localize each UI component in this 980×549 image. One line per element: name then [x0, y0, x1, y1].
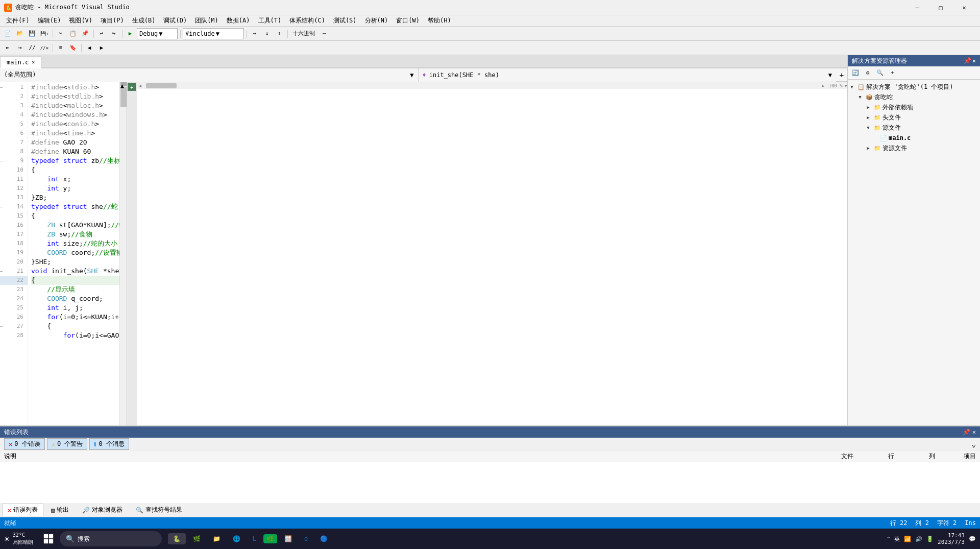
- menu-debug[interactable]: 调试(D): [159, 15, 191, 26]
- tree-item-mainc[interactable]: 📄 main.c: [848, 133, 980, 143]
- debug-config-dropdown[interactable]: Debug ▼: [137, 28, 178, 39]
- scroll-up-btn[interactable]: ▲: [120, 82, 127, 86]
- menu-data[interactable]: 数据(A): [223, 15, 254, 26]
- menu-edit[interactable]: 编辑(E): [34, 15, 65, 26]
- start-button[interactable]: [39, 530, 58, 548]
- minimize-button[interactable]: —: [905, 0, 929, 15]
- panel-close-btn[interactable]: ✕: [972, 57, 976, 64]
- taskbar-app-ie[interactable]: e: [299, 533, 313, 544]
- bottom-close-btn[interactable]: ✕: [972, 428, 976, 436]
- maximize-button[interactable]: □: [929, 0, 952, 15]
- paste-btn[interactable]: 📌: [80, 28, 91, 39]
- menu-window[interactable]: 窗口(W): [392, 15, 424, 26]
- menu-file[interactable]: 文件(F): [2, 15, 34, 26]
- include-dropdown[interactable]: #include ▼: [183, 28, 244, 39]
- scope-expand-btn[interactable]: +: [836, 69, 847, 81]
- nav-fwd-btn[interactable]: ▶: [96, 42, 107, 54]
- indent-btn[interactable]: ⇤: [2, 42, 13, 54]
- scroll-left-btn[interactable]: ◀: [137, 83, 143, 88]
- notification-btn[interactable]: 💬: [969, 536, 976, 542]
- format-btn[interactable]: ≡: [55, 42, 66, 54]
- menu-arch[interactable]: 体系结构(C): [285, 15, 329, 26]
- editor-scrollbar-h[interactable]: ◀ ▶ 100 % ▼: [137, 82, 847, 89]
- se-expand-btn[interactable]: +: [887, 67, 898, 79]
- tree-item-project[interactable]: ▼ 📦 贪吃蛇: [848, 92, 980, 102]
- taskbar-app-misc[interactable]: 🔵: [315, 533, 333, 544]
- error-filter-btn[interactable]: ✕ 0 个错误: [4, 438, 45, 450]
- panel-pin-btn[interactable]: 📌: [964, 57, 971, 64]
- tab-object-browser[interactable]: 🔎 对象浏览器: [77, 504, 128, 516]
- new-project-btn[interactable]: 📄: [2, 28, 13, 39]
- tree-expand-sources[interactable]: ▼: [864, 124, 872, 132]
- menu-test[interactable]: 测试(S): [329, 15, 361, 26]
- scroll-thumb[interactable]: [120, 87, 127, 107]
- open-btn[interactable]: 📂: [14, 28, 26, 39]
- taskbar-app-browser1[interactable]: 🌿: [188, 533, 206, 544]
- menu-analyze[interactable]: 分析(N): [361, 15, 393, 26]
- step-over-btn[interactable]: ⇥: [249, 28, 260, 39]
- step-out-btn[interactable]: ↑: [274, 28, 285, 39]
- editor-tab-mainc[interactable]: main.c ✕: [0, 56, 41, 68]
- tree-item-headers[interactable]: ▶ 📁 头文件: [848, 112, 980, 123]
- tree-expand-project[interactable]: ▼: [856, 93, 864, 101]
- step-into-btn[interactable]: ↓: [261, 28, 273, 39]
- tree-expand-headers[interactable]: ▶: [864, 113, 872, 122]
- error-expand-btn[interactable]: ⌄: [972, 440, 976, 448]
- taskbar-app-snake[interactable]: 🐍: [168, 533, 186, 544]
- close-button[interactable]: ✕: [952, 0, 976, 15]
- menu-team[interactable]: 团队(M): [191, 15, 223, 26]
- tree-expand-ext[interactable]: ▶: [864, 103, 872, 111]
- outdent-btn[interactable]: ⇥: [14, 42, 26, 54]
- taskbar-app-files[interactable]: 📁: [208, 533, 226, 544]
- bottom-pin-btn[interactable]: 📌: [963, 428, 970, 436]
- taskbar-app-browser2[interactable]: L: [248, 533, 261, 544]
- menu-project[interactable]: 项目(P): [96, 15, 128, 26]
- clock[interactable]: 17:43 2023/7/3: [938, 532, 965, 545]
- tree-expand-solution[interactable]: ▼: [848, 83, 856, 91]
- tree-item-resources[interactable]: ▶ 📁 资源文件: [848, 143, 980, 153]
- scope-left-dropdown[interactable]: (全局范围) ▼: [0, 68, 419, 82]
- scroll-right-btn[interactable]: ▶: [820, 83, 826, 88]
- scope-right-dropdown[interactable]: ♦ init_she(SHE * she) ▼: [419, 68, 837, 82]
- tree-item-external-deps[interactable]: ▶ 📁 外部依赖项: [848, 102, 980, 112]
- warning-filter-btn[interactable]: ⚠ 0 个警告: [47, 438, 88, 450]
- undo-btn[interactable]: ↩: [96, 28, 107, 39]
- show-hidden-btn[interactable]: ^: [887, 536, 890, 542]
- bookmark-btn[interactable]: 🔖: [67, 42, 79, 54]
- tree-item-solution[interactable]: ▼ 📋 解决方案 '贪吃蛇'(1 个项目): [848, 82, 980, 92]
- copy-btn[interactable]: 📋: [67, 28, 79, 39]
- message-filter-btn[interactable]: ℹ 0 个消息: [89, 438, 129, 450]
- weather-widget[interactable]: ☀ 32°C 局部晴朗: [4, 532, 33, 546]
- taskbar-app-store[interactable]: 🪟: [279, 533, 297, 544]
- h-scroll-thumb[interactable]: [146, 83, 177, 88]
- code-editor[interactable]: − 1 2 3: [0, 82, 847, 425]
- uncomment-btn[interactable]: //✕: [39, 42, 50, 54]
- expand-right-btn[interactable]: +: [128, 83, 136, 91]
- save-all-btn[interactable]: 💾+: [39, 28, 50, 39]
- tab-error-list[interactable]: ✕ 错误列表: [2, 504, 43, 516]
- se-sync-btn[interactable]: 🔄: [850, 67, 861, 79]
- menu-view[interactable]: 视图(V): [65, 15, 96, 26]
- menu-help[interactable]: 帮助(H): [424, 15, 455, 26]
- menu-tools[interactable]: 工具(T): [254, 15, 286, 26]
- tab-find-results[interactable]: 🔍 查找符号结果: [130, 504, 188, 516]
- more-btn[interactable]: ⋯: [318, 28, 330, 39]
- save-btn[interactable]: 💾: [27, 28, 38, 39]
- se-properties-btn[interactable]: ⚙: [862, 67, 873, 79]
- hex-btn[interactable]: 十六进制: [290, 28, 317, 39]
- tab-output[interactable]: ▤ 输出: [45, 504, 75, 516]
- editor-scrollbar-v[interactable]: ▲: [119, 82, 127, 425]
- taskbar-app-green[interactable]: 🌿: [263, 534, 277, 543]
- menu-build[interactable]: 生成(B): [128, 15, 160, 26]
- cut-btn[interactable]: ✂: [55, 28, 66, 39]
- code-text-area[interactable]: #include<stdio.h> #include<stdlib.h> #in…: [28, 82, 119, 425]
- se-filter-btn[interactable]: 🔍: [874, 67, 886, 79]
- nav-back-btn[interactable]: ◀: [84, 42, 95, 54]
- tab-close-icon[interactable]: ✕: [32, 59, 35, 65]
- zoom-down-btn[interactable]: ▼: [845, 83, 847, 88]
- taskbar-search[interactable]: 🔍 搜索: [60, 531, 162, 546]
- taskbar-app-edge[interactable]: 🌐: [228, 533, 246, 544]
- tree-expand-resources[interactable]: ▶: [864, 144, 872, 152]
- run-btn[interactable]: ▶: [125, 28, 136, 39]
- comment-btn[interactable]: //: [27, 42, 38, 54]
